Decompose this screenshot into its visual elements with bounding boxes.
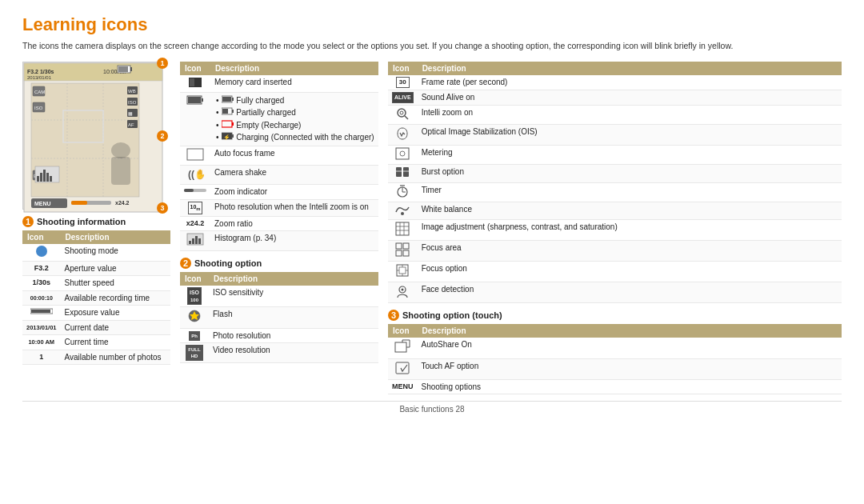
icon-cell: 2013/01/01 bbox=[22, 320, 61, 335]
desc-cell: Image adjustment (sharpness, contrast, a… bbox=[418, 219, 842, 240]
section4-title: Shooting option (touch) bbox=[402, 310, 502, 320]
desc-cell: Metering bbox=[418, 146, 842, 165]
table-row: Memory card inserted bbox=[180, 75, 378, 93]
page-title: Learning icons bbox=[22, 14, 842, 35]
svg-rect-67 bbox=[195, 236, 198, 244]
column-3: Icon Description 30 Frame rate (per seco… bbox=[388, 62, 842, 394]
camera-diagram: F3.2 1/30s 2013/01/01 10:00AM bbox=[22, 62, 162, 210]
svg-rect-32 bbox=[37, 176, 39, 182]
table-row: FULLHD Video resolution bbox=[180, 343, 378, 363]
section4-table: Icon Description AutoShare On bbox=[388, 324, 842, 394]
svg-text:WB: WB bbox=[128, 89, 136, 94]
icon-cell bbox=[388, 282, 418, 303]
desc-cell: Available recording time bbox=[61, 290, 170, 306]
table-row: Intelli zoom on bbox=[388, 105, 842, 124]
icon-cell bbox=[180, 75, 210, 93]
badge-1: 1 bbox=[157, 58, 168, 69]
icon-cell: ((✋)) bbox=[180, 165, 210, 184]
icon-cell bbox=[388, 202, 418, 219]
svg-rect-60 bbox=[187, 149, 203, 160]
svg-point-75 bbox=[400, 151, 405, 156]
table-row: Image adjustment (sharpness, contrast, a… bbox=[388, 219, 842, 240]
svg-rect-47 bbox=[202, 98, 203, 102]
table-row: Zoom indicator bbox=[180, 185, 378, 200]
s3-th-icon: Icon bbox=[388, 62, 418, 75]
section2-table: Icon Description ISO100 ISO sensitivity … bbox=[180, 272, 378, 364]
desc-cell: Timer bbox=[418, 182, 842, 202]
svg-rect-43 bbox=[31, 310, 50, 313]
table-row: ((✋)) Camera shake bbox=[180, 165, 378, 184]
icon-cell: 00:00:10 bbox=[22, 290, 61, 306]
desc-cell: Photo resolution when the Intelli zoom i… bbox=[210, 199, 378, 216]
desc-cell: Histogram (p. 34) bbox=[210, 231, 378, 250]
footer: Basic functions 28 bbox=[22, 401, 842, 414]
desc-cell: Zoom ratio bbox=[210, 216, 378, 231]
section2-badge: 2 bbox=[180, 258, 191, 269]
svg-point-73 bbox=[400, 111, 403, 114]
svg-rect-48 bbox=[188, 97, 201, 103]
icon-cell: 1 bbox=[22, 350, 61, 365]
desc-cell: Memory card inserted bbox=[210, 75, 378, 93]
table-row: ALIVE Sound Alive on bbox=[388, 90, 842, 106]
s4-th-icon: Icon bbox=[388, 324, 418, 338]
desc-cell: Optical Image Stabilization (OIS) bbox=[418, 125, 842, 146]
icon-cell bbox=[388, 358, 418, 379]
svg-rect-76 bbox=[396, 167, 402, 177]
desc-cell: Flash bbox=[209, 307, 378, 328]
desc-cell: Burst option bbox=[418, 165, 842, 182]
desc-cell: Auto focus frame bbox=[210, 146, 378, 165]
desc-cell: ISO sensitivity bbox=[209, 286, 378, 307]
desc-cell: AutoShare On bbox=[418, 338, 842, 358]
desc-cell: Frame rate (per second) bbox=[418, 75, 842, 90]
svg-point-83 bbox=[401, 212, 404, 215]
svg-rect-90 bbox=[403, 243, 409, 249]
svg-point-100 bbox=[402, 289, 404, 291]
svg-text:F3.2 1/30s: F3.2 1/30s bbox=[27, 69, 54, 74]
svg-line-72 bbox=[405, 116, 408, 119]
badge-3: 3 bbox=[157, 202, 168, 214]
svg-rect-40 bbox=[71, 201, 87, 205]
icon-cell bbox=[180, 185, 210, 200]
svg-rect-94 bbox=[399, 267, 406, 274]
icon-cell bbox=[388, 105, 418, 124]
table-row: Shooting mode bbox=[22, 244, 170, 262]
svg-text:MENU: MENU bbox=[34, 201, 51, 206]
icon-cell bbox=[388, 240, 418, 261]
table-row: Timer bbox=[388, 182, 842, 202]
table-row: 00:00:10 Available recording time bbox=[22, 290, 170, 306]
svg-rect-77 bbox=[403, 167, 409, 177]
desc-cell: • Fully charged • Partially charged • Em… bbox=[210, 92, 378, 146]
svg-rect-91 bbox=[396, 250, 402, 256]
svg-rect-55 bbox=[222, 121, 232, 127]
svg-rect-89 bbox=[396, 243, 402, 249]
desc-cell: Face detection bbox=[418, 282, 842, 303]
s2-th-desc: Description bbox=[209, 272, 378, 286]
svg-text:CAM: CAM bbox=[34, 90, 45, 94]
desc-cell: Photo resolution bbox=[209, 328, 378, 343]
icon-cell: F3.2 bbox=[22, 261, 61, 276]
icon-cell: ALIVE bbox=[388, 90, 418, 106]
svg-rect-63 bbox=[184, 189, 194, 192]
desc-cell: Focus area bbox=[418, 240, 842, 261]
desc-cell: Available number of photos bbox=[61, 350, 170, 365]
icon-cell bbox=[388, 219, 418, 240]
desc-cell: Exposure value bbox=[61, 306, 170, 321]
column-2: Icon Description Memory card inserted bbox=[180, 62, 378, 364]
svg-text:((✋)): ((✋)) bbox=[188, 168, 204, 180]
svg-text:⚡: ⚡ bbox=[223, 134, 230, 140]
svg-rect-45 bbox=[190, 78, 194, 86]
column-1: F3.2 1/30s 2013/01/01 10:00AM bbox=[22, 62, 170, 366]
desc-cell: Aperture value bbox=[61, 261, 170, 276]
icon-cell bbox=[388, 182, 418, 202]
desc-cell: Current date bbox=[61, 320, 170, 335]
table-row: Burst option bbox=[388, 165, 842, 182]
desc-cell: Video resolution bbox=[209, 343, 378, 363]
svg-text:ISO: ISO bbox=[34, 106, 43, 110]
section-mid-table: Icon Description Memory card inserted bbox=[180, 62, 378, 251]
svg-rect-58 bbox=[232, 134, 234, 138]
table-row: Face detection bbox=[388, 282, 842, 303]
svg-rect-101 bbox=[395, 342, 406, 352]
desc-cell: Shooting mode bbox=[61, 244, 170, 262]
desc-cell: Focus option bbox=[418, 262, 842, 282]
svg-rect-6 bbox=[130, 67, 132, 71]
